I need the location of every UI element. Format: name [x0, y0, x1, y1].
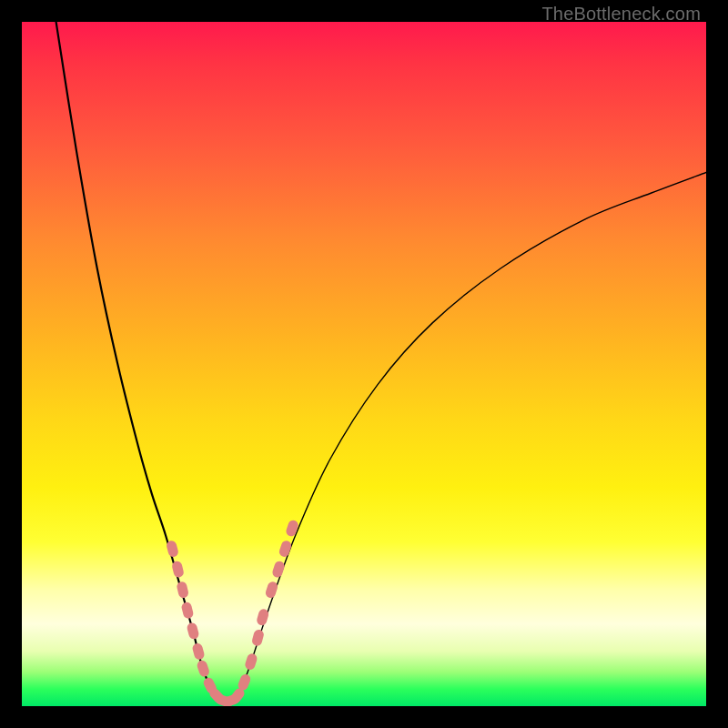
chart-plot-area	[22, 22, 706, 706]
curve-marker	[285, 519, 299, 538]
watermark-text: TheBottleneck.com	[541, 4, 701, 25]
curve-marker	[264, 581, 278, 600]
curve-marker	[176, 581, 189, 599]
curve-marker	[191, 642, 205, 661]
curve-marker	[278, 540, 292, 559]
chart-svg	[22, 22, 706, 706]
curve-marker	[244, 652, 258, 671]
curve-marker	[180, 602, 194, 620]
curve-marker	[271, 560, 286, 579]
markers-group	[166, 519, 299, 706]
curve-right-arm	[234, 172, 706, 703]
curve-marker	[251, 629, 265, 647]
curve-marker	[186, 622, 199, 640]
curve-left-arm	[56, 22, 220, 703]
curve-marker	[196, 659, 210, 678]
curve-group	[56, 22, 706, 703]
